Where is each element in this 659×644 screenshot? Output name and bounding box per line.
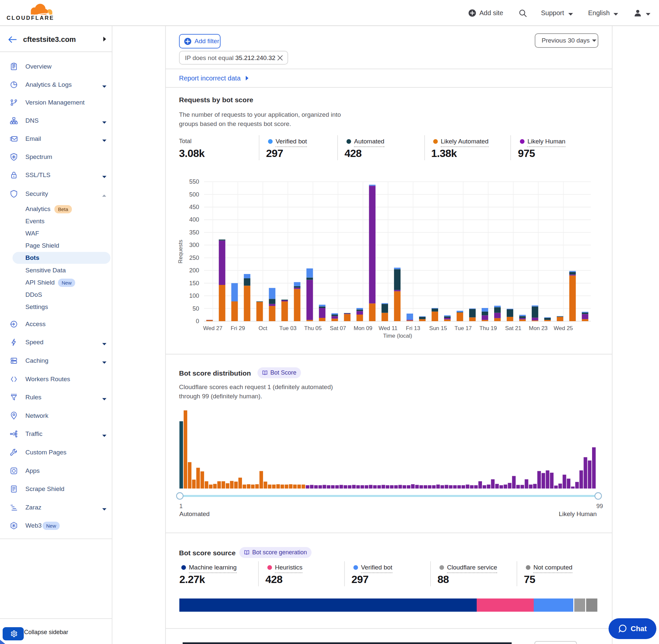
svg-text:99: 99: [596, 503, 603, 509]
svg-text:0: 0: [196, 318, 199, 324]
svg-text:Sun 15: Sun 15: [429, 325, 447, 331]
svg-text:Thu 05: Thu 05: [304, 325, 322, 331]
svg-text:Wed 11: Wed 11: [379, 325, 398, 331]
svg-text:50: 50: [192, 305, 199, 312]
svg-text:Tue 03: Tue 03: [279, 325, 297, 331]
svg-text:200: 200: [189, 267, 199, 274]
svg-text:Mon 09: Mon 09: [354, 325, 373, 331]
svg-text:Likely Human: Likely Human: [559, 510, 597, 518]
svg-text:250: 250: [189, 255, 199, 261]
svg-text:Wed 27: Wed 27: [203, 325, 222, 331]
svg-text:Mon 23: Mon 23: [529, 325, 547, 331]
svg-text:450: 450: [189, 204, 199, 210]
svg-text:350: 350: [189, 229, 199, 236]
svg-text:Requests: Requests: [178, 240, 184, 263]
svg-text:400: 400: [189, 216, 199, 223]
svg-text:Time (local): Time (local): [383, 333, 412, 339]
svg-text:Thu 19: Thu 19: [479, 325, 497, 331]
svg-text:Tue 17: Tue 17: [455, 325, 472, 331]
svg-text:300: 300: [189, 242, 199, 248]
svg-text:Fri 13: Fri 13: [406, 325, 420, 331]
svg-text:150: 150: [189, 280, 199, 286]
svg-text:Oct: Oct: [258, 325, 267, 331]
svg-text:CLOUDFLARE: CLOUDFLARE: [6, 15, 54, 21]
svg-text:Wed 25: Wed 25: [554, 325, 573, 331]
svg-text:100: 100: [189, 293, 199, 299]
svg-text:Sat 07: Sat 07: [330, 325, 346, 331]
svg-text:Sat 21: Sat 21: [505, 325, 521, 331]
svg-text:1: 1: [179, 503, 183, 509]
svg-text:550: 550: [189, 178, 199, 185]
svg-text:500: 500: [189, 191, 199, 198]
svg-text:Fri 29: Fri 29: [231, 325, 245, 331]
svg-text:Automated: Automated: [179, 510, 210, 518]
